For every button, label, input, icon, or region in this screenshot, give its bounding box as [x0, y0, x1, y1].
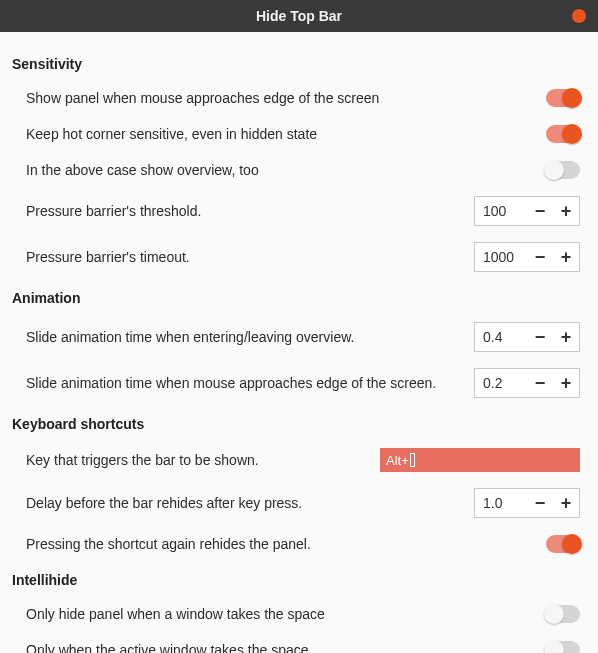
- label-only-active-window: Only when the active window takes the sp…: [26, 642, 536, 653]
- decrement-rehide-delay[interactable]: −: [527, 489, 553, 517]
- label-toggle-rehide: Pressing the shortcut again rehides the …: [26, 536, 536, 552]
- row-show-panel-mouse-edge: Show panel when mouse approaches edge of…: [12, 80, 580, 116]
- label-slide-time-overview: Slide animation time when entering/leavi…: [26, 329, 464, 345]
- label-pressure-timeout: Pressure barrier's timeout.: [26, 249, 464, 265]
- label-rehide-delay: Delay before the bar rehides after key p…: [26, 495, 464, 511]
- toggle-show-overview-too[interactable]: [546, 161, 580, 179]
- increment-pressure-timeout[interactable]: +: [553, 243, 579, 271]
- row-pressure-threshold: Pressure barrier's threshold. − +: [12, 188, 580, 234]
- keycapture-value: Alt+: [386, 453, 409, 468]
- section-intellihide-title: Intellihide: [12, 562, 580, 596]
- spin-rehide-delay: − +: [474, 488, 580, 518]
- input-pressure-threshold[interactable]: [475, 197, 527, 225]
- section-sensitivity-title: Sensitivity: [12, 46, 580, 80]
- label-slide-time-mouse: Slide animation time when mouse approach…: [26, 375, 464, 391]
- decrement-slide-time-overview[interactable]: −: [527, 323, 553, 351]
- label-only-when-window: Only hide panel when a window takes the …: [26, 606, 536, 622]
- toggle-only-when-window[interactable]: [546, 605, 580, 623]
- row-pressure-timeout: Pressure barrier's timeout. − +: [12, 234, 580, 280]
- row-trigger-key: Key that triggers the bar to be shown. A…: [12, 440, 580, 480]
- input-rehide-delay[interactable]: [475, 489, 527, 517]
- row-rehide-delay: Delay before the bar rehides after key p…: [12, 480, 580, 526]
- content-area: Sensitivity Show panel when mouse approa…: [0, 32, 598, 653]
- text-cursor: [410, 453, 415, 467]
- section-animation-title: Animation: [12, 280, 580, 314]
- row-only-active-window: Only when the active window takes the sp…: [12, 632, 580, 653]
- label-hot-corner-sensitive: Keep hot corner sensitive, even in hidde…: [26, 126, 536, 142]
- row-slide-time-mouse: Slide animation time when mouse approach…: [12, 360, 580, 406]
- row-only-when-window: Only hide panel when a window takes the …: [12, 596, 580, 632]
- row-hot-corner-sensitive: Keep hot corner sensitive, even in hidde…: [12, 116, 580, 152]
- spin-slide-time-overview: − +: [474, 322, 580, 352]
- label-pressure-threshold: Pressure barrier's threshold.: [26, 203, 464, 219]
- spin-slide-time-mouse: − +: [474, 368, 580, 398]
- decrement-pressure-threshold[interactable]: −: [527, 197, 553, 225]
- input-slide-time-mouse[interactable]: [475, 369, 527, 397]
- row-toggle-rehide: Pressing the shortcut again rehides the …: [12, 526, 580, 562]
- toggle-show-panel-mouse-edge[interactable]: [546, 89, 580, 107]
- increment-rehide-delay[interactable]: +: [553, 489, 579, 517]
- spin-pressure-threshold: − +: [474, 196, 580, 226]
- spin-pressure-timeout: − +: [474, 242, 580, 272]
- decrement-pressure-timeout[interactable]: −: [527, 243, 553, 271]
- decrement-slide-time-mouse[interactable]: −: [527, 369, 553, 397]
- increment-slide-time-overview[interactable]: +: [553, 323, 579, 351]
- label-show-overview-too: In the above case show overview, too: [26, 162, 536, 178]
- section-keyboard-title: Keyboard shortcuts: [12, 406, 580, 440]
- window-title: Hide Top Bar: [256, 8, 342, 24]
- row-show-overview-too: In the above case show overview, too: [12, 152, 580, 188]
- toggle-hot-corner-sensitive[interactable]: [546, 125, 580, 143]
- input-slide-time-overview[interactable]: [475, 323, 527, 351]
- toggle-only-active-window[interactable]: [546, 641, 580, 653]
- input-pressure-timeout[interactable]: [475, 243, 527, 271]
- toggle-toggle-rehide[interactable]: [546, 535, 580, 553]
- titlebar: Hide Top Bar: [0, 0, 598, 32]
- window-close-button[interactable]: [572, 9, 586, 23]
- row-slide-time-overview: Slide animation time when entering/leavi…: [12, 314, 580, 360]
- label-show-panel-mouse-edge: Show panel when mouse approaches edge of…: [26, 90, 536, 106]
- increment-pressure-threshold[interactable]: +: [553, 197, 579, 225]
- keycapture-trigger-key[interactable]: Alt+: [380, 448, 580, 472]
- label-trigger-key: Key that triggers the bar to be shown.: [26, 452, 370, 468]
- increment-slide-time-mouse[interactable]: +: [553, 369, 579, 397]
